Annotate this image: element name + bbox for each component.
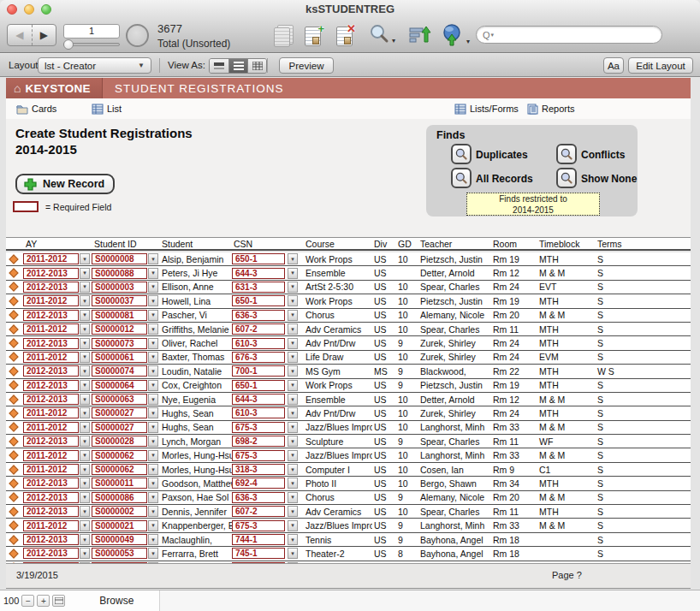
mode-popup[interactable]: Browse [99, 595, 133, 607]
tab-lists-forms[interactable]: Lists/Forms [454, 104, 519, 115]
ay-dropdown-icon[interactable]: ▾ [80, 534, 90, 545]
csn-field[interactable]: 675-3 [232, 422, 285, 433]
student-id-field[interactable]: S0000073 [92, 338, 147, 349]
ay-dropdown-icon[interactable]: ▾ [80, 323, 90, 335]
csn-dropdown-icon[interactable]: ▾ [288, 520, 298, 531]
column-header-student[interactable]: Student [158, 239, 232, 249]
csn-dropdown-icon[interactable]: ▾ [288, 394, 298, 405]
ay-field[interactable]: 2011-2012 [23, 407, 79, 418]
student-id-dropdown-icon[interactable]: ▾ [148, 380, 158, 391]
table-view-button[interactable] [247, 59, 266, 73]
table-row[interactable]: 2012-2013 ▾ S0000053 ▾ Ferrarra, Brett 7… [6, 547, 691, 561]
csn-field[interactable]: 631-3 [232, 282, 285, 293]
student-id-dropdown-icon[interactable]: ▾ [148, 464, 158, 475]
ay-dropdown-icon[interactable]: ▾ [80, 253, 90, 264]
column-header-ay[interactable]: AY [21, 239, 90, 249]
csn-field[interactable]: 675-3 [232, 450, 285, 461]
table-row[interactable]: 2012-2013 ▾ S0000073 ▾ Oliver, Rachel 61… [6, 336, 691, 350]
column-header-terms[interactable]: Terms [596, 239, 691, 249]
student-id-field[interactable]: S0000061 [92, 352, 147, 363]
student-id-field[interactable]: S0000063 [92, 394, 147, 405]
ay-field[interactable]: 2012-2013 [23, 506, 79, 517]
ay-dropdown-icon[interactable]: ▾ [80, 295, 90, 306]
student-id-dropdown-icon[interactable]: ▾ [148, 520, 158, 531]
ay-field[interactable]: 2012-2013 [23, 478, 79, 489]
csn-dropdown-icon[interactable]: ▾ [288, 492, 298, 503]
csn-field[interactable]: 745-1 [232, 548, 285, 559]
csn-field[interactable]: 675-3 [232, 520, 285, 531]
student-id-dropdown-icon[interactable]: ▾ [148, 253, 158, 264]
table-row[interactable]: 2012-2013 ▾ S0000063 ▾ Nye, Eugenia 644-… [6, 393, 691, 406]
record-slider-thumb[interactable] [63, 39, 74, 50]
ay-field[interactable]: 2011-2012 [23, 295, 79, 306]
table-row[interactable]: 2011-2012 ▾ S0000027 ▾ Hughs, Sean 610-3… [6, 406, 691, 420]
student-id-dropdown-icon[interactable]: ▾ [148, 407, 158, 418]
ay-field[interactable]: 2012-2013 [23, 534, 79, 545]
ay-field[interactable]: 2012-2013 [23, 282, 79, 293]
table-row[interactable]: 2011-2012 ▾ S0000062 ▾ Morles, Hung-Hsu … [6, 448, 691, 462]
csn-field[interactable]: 607-2 [232, 506, 285, 517]
column-header-room[interactable]: Room [491, 239, 537, 249]
student-id-field[interactable]: S0000049 [92, 534, 147, 545]
csn-dropdown-icon[interactable]: ▾ [288, 253, 298, 264]
table-row[interactable]: 2012-2013 ▾ S0000002 ▾ Dennis, Jennifer … [6, 505, 691, 519]
share-menu-caret-icon[interactable]: ▾ [466, 38, 470, 45]
student-id-dropdown-icon[interactable]: ▾ [148, 394, 158, 405]
zoom-level[interactable]: 100 [3, 596, 19, 606]
student-id-field[interactable]: S0000002 [92, 506, 147, 517]
csn-dropdown-icon[interactable]: ▾ [288, 407, 298, 418]
student-id-dropdown-icon[interactable]: ▾ [148, 436, 158, 447]
ay-dropdown-icon[interactable]: ▾ [80, 478, 90, 489]
csn-dropdown-icon[interactable]: ▾ [288, 268, 298, 279]
student-id-field[interactable]: S0000081 [92, 310, 147, 321]
ay-field[interactable]: 2011-2012 [23, 352, 79, 363]
table-row[interactable]: 2011-2012 ▾ S0000012 ▾ Griffiths, Melani… [6, 323, 691, 336]
column-header-csn[interactable]: CSN [232, 239, 302, 249]
student-id-field[interactable]: S0000027 [92, 422, 147, 433]
find-conflicts-label[interactable]: Conflicts [581, 149, 625, 161]
student-id-field[interactable]: S0000003 [92, 282, 147, 293]
column-header-teacher[interactable]: Teacher [418, 239, 491, 249]
table-row[interactable]: 2011-2012 ▾ S0000021 ▾ Knappenberger, El… [6, 519, 691, 532]
form-view-button[interactable] [210, 59, 228, 73]
ay-field[interactable]: 2011-2012 [23, 323, 79, 335]
student-id-field[interactable]: S0000062 [92, 464, 147, 475]
student-id-field[interactable]: S0000011 [92, 478, 147, 489]
new-record-toolbar-button[interactable]: + [302, 23, 326, 49]
csn-field[interactable]: 636-3 [232, 310, 285, 321]
ay-dropdown-icon[interactable]: ▾ [80, 464, 90, 475]
csn-field[interactable]: 650-1 [232, 380, 285, 391]
student-id-dropdown-icon[interactable]: ▾ [148, 422, 158, 433]
csn-field[interactable]: 692-4 [232, 478, 285, 489]
edit-layout-button[interactable]: Edit Layout [628, 57, 693, 74]
csn-dropdown-icon[interactable]: ▾ [288, 365, 298, 377]
ay-dropdown-icon[interactable]: ▾ [80, 492, 90, 503]
record-slider[interactable] [63, 43, 120, 46]
student-id-field[interactable]: S0000088 [92, 268, 147, 279]
student-id-dropdown-icon[interactable]: ▾ [148, 548, 158, 559]
show-none-label[interactable]: Show None [581, 173, 637, 185]
ay-field[interactable]: 2012-2013 [23, 436, 79, 447]
ay-dropdown-icon[interactable]: ▾ [80, 394, 90, 405]
ay-dropdown-icon[interactable]: ▾ [80, 365, 90, 377]
ay-dropdown-icon[interactable]: ▾ [80, 268, 90, 279]
csn-dropdown-icon[interactable]: ▾ [288, 450, 298, 461]
ay-field[interactable]: 2011-2012 [23, 464, 79, 475]
ay-dropdown-icon[interactable]: ▾ [80, 450, 90, 461]
csn-field[interactable]: 607-2 [232, 323, 285, 335]
student-id-field[interactable]: S0000053 [92, 548, 147, 559]
table-row[interactable]: 2012-2013 ▾ S0000081 ▾ Pascher, Vi 636-3… [6, 309, 691, 323]
csn-dropdown-icon[interactable]: ▾ [288, 422, 298, 433]
zoom-out-button[interactable]: − [21, 595, 34, 607]
student-id-field[interactable]: S0000037 [92, 295, 147, 306]
list-view-button[interactable] [228, 59, 247, 73]
zoom-in-button[interactable]: + [37, 595, 50, 607]
column-header-gd[interactable]: GD [396, 239, 418, 249]
ay-dropdown-icon[interactable]: ▾ [80, 380, 90, 391]
table-row[interactable]: 2011-2012 ▾ S0000008 ▾ Alsip, Benjamin 6… [6, 252, 691, 266]
student-id-field[interactable]: S0000027 [92, 407, 147, 418]
student-id-dropdown-icon[interactable]: ▾ [148, 478, 158, 489]
csn-dropdown-icon[interactable]: ▾ [288, 478, 298, 489]
csn-dropdown-icon[interactable]: ▾ [288, 352, 298, 363]
csn-field[interactable]: 650-1 [232, 253, 285, 264]
